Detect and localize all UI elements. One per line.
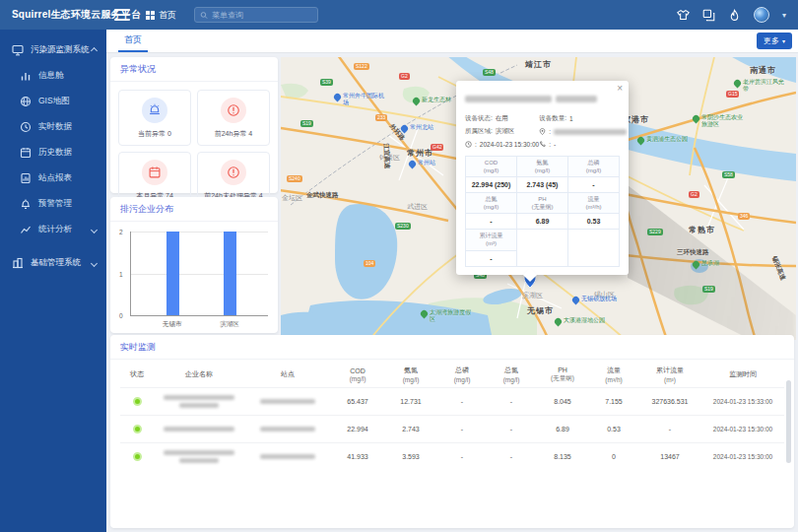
chart-gridline: [131, 274, 268, 275]
clock-icon: [465, 141, 472, 148]
map-poi-green[interactable]: 新龙生态林: [413, 97, 451, 104]
bar-无锡市[interactable]: [166, 232, 179, 315]
sidebar-item-history-data[interactable]: 历史数据: [0, 140, 106, 166]
metric-value: 22.994 (250): [466, 177, 517, 193]
theme-skin-icon[interactable]: [677, 9, 690, 22]
company-name-blurred: [154, 448, 244, 465]
close-icon[interactable]: ×: [617, 84, 623, 94]
column-header: 站点: [244, 367, 331, 381]
search-input[interactable]: [212, 11, 312, 20]
popup-field-value: 2024-01-23 15:30:00: [480, 141, 539, 148]
metric-header: COD(mg/l): [466, 157, 517, 177]
metric-header: 流量(m³/h): [568, 193, 620, 214]
park-pin-icon: [692, 114, 701, 124]
alert-icon: [227, 103, 240, 117]
popup-title-blurred: [465, 89, 620, 106]
table-row[interactable]: 65.43712.731--8.0457.155327636.5312024-0…: [120, 387, 784, 415]
calendar-icon: [148, 166, 162, 179]
nav-home-label: 首页: [159, 9, 176, 22]
cell-tn: -: [487, 424, 536, 434]
column-header: 状态: [120, 367, 154, 381]
metric-header: 总氮(mg/l): [466, 193, 517, 214]
exclamation-icon: [227, 166, 240, 179]
more-button[interactable]: 更多 ▾: [757, 33, 792, 49]
sidebar-item-label: 预警管理: [38, 198, 72, 210]
stat-card-current-abnormal[interactable]: 当前异常 0: [118, 90, 191, 146]
table-row[interactable]: 41.9333.593--8.1350134672024-01-23 15:30…: [120, 442, 784, 470]
map-poi-blue[interactable]: 无锡硕放机场: [572, 296, 617, 303]
sidebar-item-gis-map[interactable]: GIS地图: [0, 89, 106, 114]
map-poi-green[interactable]: 常阴沙生态农业旅游区: [693, 114, 743, 128]
stat-card-24h-abnormal[interactable]: 前24h异常 4: [197, 90, 270, 146]
transit-pin-icon: [571, 296, 581, 305]
metric-empty-cell: [517, 230, 568, 266]
table-row[interactable]: 22.9942.743--6.890.53-2024-01-23 15:30:0…: [120, 415, 784, 442]
layout-screens-icon[interactable]: [702, 9, 715, 22]
tab-bar: 首页 更多 ▾: [106, 30, 798, 53]
map-poi-green[interactable]: 老岸赏滨江风光带: [734, 79, 784, 93]
column-header: 累计流量(m³): [638, 364, 701, 385]
map-route-badge: 233: [375, 114, 387, 121]
map-poi-blue[interactable]: 常州北站: [401, 124, 433, 132]
cell-nh3n: 3.593: [384, 451, 437, 462]
app-logo: Squirrel生态环境云服务平台: [0, 8, 106, 22]
sidebar-item-statistics-analysis[interactable]: 统计分析: [0, 217, 106, 242]
map-route-badge: G2: [689, 191, 699, 198]
user-menu-caret-icon[interactable]: ▾: [782, 11, 786, 20]
company-name-blurred: [154, 425, 244, 433]
popup-field: :: [539, 128, 627, 135]
transit-pin-icon: [400, 124, 410, 134]
map-poi-blue[interactable]: 常州奔牛国际机场: [334, 93, 384, 106]
tab-home[interactable]: 首页: [118, 30, 148, 52]
cell-time: 2024-01-23 15:30:00: [701, 451, 784, 462]
cell-total: -: [638, 424, 701, 434]
map-poi-green[interactable]: 黄泗浦生态公园: [637, 136, 688, 144]
map-city-label: 常熟市: [689, 225, 715, 235]
realtime-monitor-panel: 实时监测 状态企业名称站点COD(mg/l)氨氮(mg/l)总磷(mg/l)总氮…: [110, 335, 794, 528]
metric-header: 总磷(mg/l): [568, 157, 620, 177]
popup-field-value: 滨湖区: [496, 127, 515, 136]
map-poi-green[interactable]: 昆承湖: [693, 260, 719, 268]
station-info-popup: × 设备状态:在用所属区域:滨湖区:2024-01-23 15:30:00设备数…: [456, 81, 629, 275]
map-road-label: 金武快速路: [306, 191, 339, 200]
user-avatar[interactable]: [754, 7, 769, 23]
map-poi-green[interactable]: 太湖湾旅游度假区: [421, 309, 471, 323]
column-header: 总氮(mg/l): [487, 364, 536, 385]
map-city-label: 无锡市: [527, 305, 554, 316]
sidebar-item-base-management-system[interactable]: 基础管理系统: [0, 250, 106, 276]
map-poi-green[interactable]: 大溪港湿地公园: [555, 317, 605, 325]
sidebar-item-station-report[interactable]: 站点报表: [0, 166, 106, 191]
chevron-down-icon: [91, 259, 98, 266]
column-header: 监测时间: [701, 367, 784, 381]
popup-field-label: :: [549, 128, 551, 135]
sidebar-item-realtime-data[interactable]: 实时数据: [0, 114, 106, 140]
table-scrollbar[interactable]: [786, 380, 791, 463]
hamburger-menu-icon[interactable]: [114, 9, 130, 21]
map-poi-blue[interactable]: 常州站: [409, 160, 435, 167]
sidebar-item-label: 站点报表: [38, 172, 72, 184]
cell-ph: 6.89: [536, 424, 589, 434]
status-dot: [133, 397, 142, 406]
popup-metrics-table: COD(mg/l)氨氮(mg/l)总磷(mg/l)22.994 (250)2.7…: [465, 156, 620, 267]
flame-icon[interactable]: [728, 9, 741, 22]
status-cell: [120, 423, 154, 435]
sidebar-item-pollution-monitor-system[interactable]: 污染源监测系统: [0, 37, 106, 63]
popup-field-label: 设备数量:: [539, 114, 566, 123]
popup-field: 所属区域:滨湖区: [465, 127, 539, 136]
popup-field-label: :: [549, 141, 551, 148]
map-route-badge: S19: [702, 286, 715, 293]
sidebar-item-info-cabin[interactable]: 信息舱: [0, 63, 106, 89]
sidebar-item-label: 基础管理系统: [31, 257, 81, 269]
report-icon: [20, 172, 32, 184]
bar-滨湖区[interactable]: [224, 232, 236, 315]
home-grid-icon: [146, 11, 155, 20]
nav-home[interactable]: 首页: [146, 9, 176, 22]
chevron-down-icon: ▾: [782, 37, 785, 44]
sidebar-item-alert-management[interactable]: 预警管理: [0, 191, 106, 217]
info-cabin-icon: [20, 70, 32, 82]
map-route-badge: G42: [431, 144, 443, 151]
menu-search-box[interactable]: [194, 7, 318, 23]
chart-gridline: [131, 232, 268, 233]
panel-title: 异常状况: [110, 57, 278, 82]
map-route-badge: 346: [738, 213, 750, 220]
